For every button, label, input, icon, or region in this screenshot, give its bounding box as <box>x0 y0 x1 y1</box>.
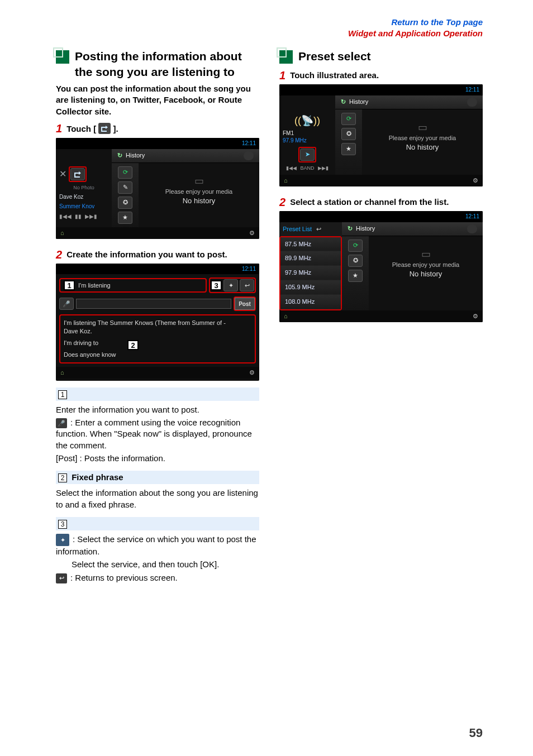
sub1-line2: 🎤: Enter a comment using the voice recog… <box>56 417 259 451</box>
callout-1: 1 <box>64 280 75 290</box>
favorite-icon[interactable]: ★ <box>341 143 356 155</box>
media-msg: Please enjoy your media <box>367 134 478 142</box>
chat-icon[interactable]: ✪ <box>118 197 132 209</box>
list-item[interactable]: 105.9 MHz <box>280 280 341 295</box>
chat-icon[interactable]: ✪ <box>341 128 356 140</box>
phrase-line[interactable]: I'm driving to <box>64 339 98 346</box>
no-history: No history <box>373 269 478 279</box>
antenna-icon: ((📡)) <box>294 114 320 127</box>
step-number: 2 <box>279 197 285 208</box>
right-column: Preset select 1 Touch illustrated area. … <box>279 44 483 585</box>
step-number: 1 <box>279 70 285 81</box>
fixed-phrase-panel: I'm listening The Summer Knows (Theme fr… <box>59 314 256 363</box>
heading-preset: Preset select <box>279 49 483 64</box>
voice-input-icon: 🎤 <box>56 418 67 428</box>
phrase-line[interactable]: Dave Koz. <box>64 327 251 336</box>
subhead-1: 1 <box>56 387 259 401</box>
section-marker-icon <box>279 50 293 64</box>
screenshot-share: 12:11 ↻ History ✕ <box>56 138 259 238</box>
chat-icon[interactable]: ✪ <box>348 255 363 267</box>
media-placeholder-icon: ▭ <box>367 121 478 134</box>
post-button[interactable]: Post <box>235 298 255 310</box>
comment-input[interactable] <box>76 299 231 309</box>
tab-segment-icon <box>467 98 477 107</box>
subhead-2: 2 Fixed phrase <box>56 471 259 484</box>
step-r1: 1 Touch illustrated area. <box>279 70 483 81</box>
media-placeholder-icon: ▭ <box>143 174 255 188</box>
screenshot-compose: 12:11 1 I'I'm listeningm listening 3 ✦ ↩ <box>56 264 259 381</box>
list-item[interactable]: 108.0 MHz <box>280 295 341 309</box>
band-button[interactable]: BAND <box>300 165 314 171</box>
history-icon[interactable]: ⟳ <box>348 240 363 252</box>
next-icon[interactable]: ▶▶▮ <box>85 213 97 221</box>
preset-list-tab[interactable]: Preset List <box>283 225 312 233</box>
refresh-icon: ↻ <box>341 98 346 106</box>
step-number: 2 <box>56 249 62 260</box>
media-placeholder-icon: ▭ <box>373 247 478 261</box>
voice-input-icon[interactable]: 🎤 <box>59 298 74 310</box>
list-item[interactable]: 89.9 MHz <box>280 251 341 266</box>
status-time: 12:11 <box>242 140 256 147</box>
top-page-link[interactable]: Return to the Top page <box>391 17 483 27</box>
track-label: Summer Knov <box>59 203 108 210</box>
highlighted-preset-list: 87.5 MHz 89.9 MHz 97.9 MHz 105.9 MHz 108… <box>279 236 342 310</box>
seek-next-icon[interactable]: ▶▶▮ <box>318 165 329 171</box>
pause-icon[interactable]: ▮▮ <box>75 213 82 221</box>
home-icon[interactable]: ⌂ <box>284 176 288 185</box>
artist-label: Dave Koz <box>59 193 108 201</box>
edit-icon[interactable]: ✎ <box>118 181 132 194</box>
gear-icon[interactable]: ⚙ <box>249 369 255 377</box>
callout-2: 2 <box>127 340 139 350</box>
list-item[interactable]: 97.9 MHz <box>280 266 341 280</box>
screenshot-radio: 12:11 ↻ History ((📡)) FM1 97.9 MHz <box>279 84 483 186</box>
subhead-3: 3 <box>56 517 259 530</box>
back-icon: ↩ <box>56 573 67 583</box>
phrase-line[interactable]: I'm listening The Summer Knows (Theme fr… <box>64 319 251 327</box>
gear-icon[interactable]: ⚙ <box>249 229 255 237</box>
sub1-line3: [Post] : Posts the information. <box>56 453 259 464</box>
service-select-icon[interactable]: ✦ <box>223 279 238 291</box>
sub3-line2: ↩: Returns to previous screen. <box>56 572 259 583</box>
share-icon <box>98 123 111 134</box>
header-links: Return to the Top page Widget and Applic… <box>56 17 483 40</box>
section-link[interactable]: Widget and Application Operation <box>348 28 483 38</box>
heading-text: Posting the information about the song y… <box>75 49 259 80</box>
highlighted-preset-button[interactable]: ➤ <box>298 147 316 162</box>
page-number: 59 <box>469 725 483 741</box>
status-time: 12:11 <box>465 86 479 94</box>
highlighted-share-button[interactable] <box>69 166 87 182</box>
list-item[interactable]: 87.5 MHz <box>280 237 341 252</box>
gear-icon[interactable]: ⚙ <box>473 312 478 320</box>
sub3-line1: ✦: Select the service on which you want … <box>56 534 259 557</box>
left-column: Posting the information about the song y… <box>56 44 259 585</box>
media-msg: Please enjoy your media <box>373 261 478 269</box>
home-icon[interactable]: ⌂ <box>60 369 64 377</box>
step2-text: Select a station or channel from the lis… <box>290 197 449 208</box>
media-msg: Please enjoy your media <box>143 188 255 196</box>
home-icon[interactable]: ⌂ <box>60 229 64 237</box>
callout-3: 3 <box>211 280 222 290</box>
favorite-icon[interactable]: ★ <box>118 212 132 224</box>
service-select-icon: ✦ <box>56 534 69 546</box>
sub3-line1b: Select the service, and then touch [OK]. <box>72 559 259 570</box>
step-2: 2 Create the information you want to pos… <box>56 249 259 260</box>
gear-icon[interactable]: ⚙ <box>473 176 478 185</box>
seek-prev-icon[interactable]: ▮◀◀ <box>286 165 297 171</box>
step1-post: ]. <box>113 124 118 133</box>
no-history: No history <box>143 196 255 206</box>
history-tab: History <box>356 224 375 233</box>
home-icon[interactable]: ⌂ <box>284 312 288 320</box>
step-1: 1 Touch [ ]. <box>56 123 259 135</box>
history-icon[interactable]: ⟳ <box>341 113 356 125</box>
status-time: 12:11 <box>242 265 256 273</box>
tab-segment-icon <box>244 151 254 160</box>
tab-segment-icon <box>467 224 477 233</box>
favorite-icon[interactable]: ★ <box>348 270 363 282</box>
phrase-line[interactable]: Does anyone know <box>64 351 116 358</box>
step2-text: Create the information you want to post. <box>66 249 227 260</box>
back-icon[interactable]: ↩ <box>240 279 254 291</box>
history-icon[interactable]: ⟳ <box>118 166 132 179</box>
prev-icon[interactable]: ▮◀◀ <box>59 213 72 221</box>
step1-text: Touch illustrated area. <box>290 70 379 81</box>
back-icon[interactable]: ↩ <box>314 225 324 233</box>
